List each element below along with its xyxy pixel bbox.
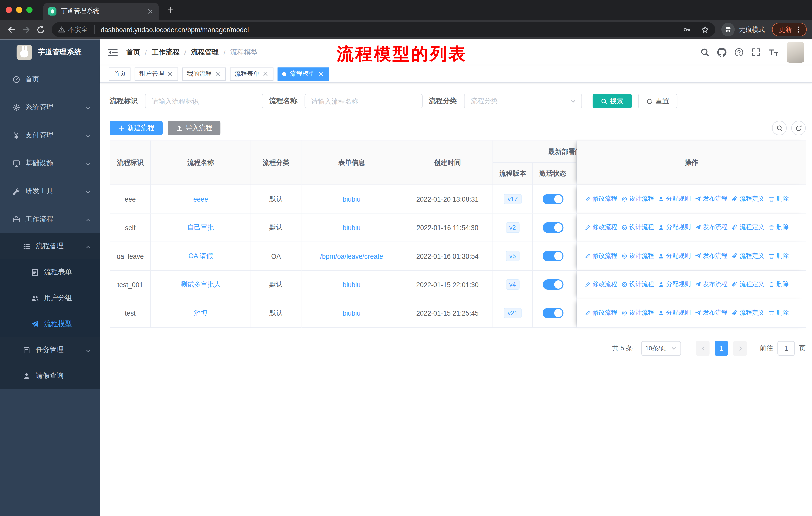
forward-button[interactable] [19,22,33,37]
tag-close-icon[interactable] [262,71,269,77]
search-button[interactable]: 搜索 [592,94,632,108]
op-definition-link[interactable]: 流程定义 [732,223,764,232]
op-assign-link[interactable]: 分配规则 [658,194,691,203]
op-design-link[interactable]: 设计流程 [621,223,654,232]
sidebar-item-infrastructure[interactable]: 基础设施 [0,150,100,178]
reload-button[interactable] [33,22,48,37]
tab-close-icon[interactable] [146,7,154,15]
process-name-link[interactable]: 滔博 [194,309,207,317]
status-toggle[interactable] [543,194,563,204]
op-assign-link[interactable]: 分配规则 [658,280,691,289]
search-icon[interactable] [700,48,709,57]
op-modify-link[interactable]: 修改流程 [585,251,617,260]
op-design-link[interactable]: 设计流程 [621,280,654,289]
browser-menu-icon[interactable] [795,26,802,33]
prev-page-button[interactable] [696,341,709,356]
op-publish-link[interactable]: 发布流程 [695,194,728,203]
process-id-input[interactable] [145,94,263,108]
sidebar-item-workflow[interactable]: 工作流程 [0,205,100,233]
process-name-link[interactable]: OA 请假 [188,252,213,260]
sidebar-item-dev-tools[interactable]: 研发工具 [0,178,100,205]
op-publish-link[interactable]: 发布流程 [695,309,728,318]
op-modify-link[interactable]: 修改流程 [585,309,617,318]
sidebar-item-user-group[interactable]: 用户分组 [0,285,100,311]
password-key-icon[interactable] [683,26,691,33]
window-maximize-button[interactable] [26,7,33,13]
refresh-table-button[interactable] [791,121,806,135]
reset-button[interactable]: 重置 [638,94,677,108]
help-icon[interactable] [734,48,744,57]
fullscreen-icon[interactable] [751,48,761,57]
form-info-link[interactable]: /bpm/oa/leave/create [320,252,383,260]
op-publish-link[interactable]: 发布流程 [695,280,728,289]
next-page-button[interactable] [733,341,747,356]
op-assign-link[interactable]: 分配规则 [658,223,691,232]
form-info-link[interactable]: biubiu [343,281,360,289]
incognito-badge[interactable] [721,23,735,36]
op-definition-link[interactable]: 流程定义 [732,280,764,289]
op-definition-link[interactable]: 流程定义 [732,309,764,318]
avatar[interactable] [787,42,804,63]
sidebar-item-leave-query[interactable]: 请假查询 [0,363,100,389]
category-select[interactable]: 流程分类 [464,94,582,108]
tag-close-icon[interactable] [167,71,173,77]
sidebar-item-process-management[interactable]: 流程管理 [0,233,100,259]
status-toggle[interactable] [543,222,563,233]
sidebar-item-system[interactable]: 系统管理 [0,93,100,121]
tags-view-item-my-process[interactable]: 我的流程 [182,67,226,80]
breadcrumb-item[interactable]: 流程管理 [191,48,219,57]
sidebar-item-home[interactable]: 首页 [0,65,100,93]
tags-view-item-process-model[interactable]: 流程模型 [278,67,329,80]
op-delete-link[interactable]: 删除 [768,251,789,260]
op-modify-link[interactable]: 修改流程 [585,280,617,289]
sidebar-collapse-button[interactable] [108,47,118,57]
op-modify-link[interactable]: 修改流程 [585,223,617,232]
op-design-link[interactable]: 设计流程 [621,251,654,260]
browser-update-button[interactable]: 更新 [772,23,807,36]
op-delete-link[interactable]: 删除 [768,280,789,289]
op-definition-link[interactable]: 流程定义 [732,194,764,203]
import-process-button[interactable]: 导入流程 [168,121,221,135]
back-button[interactable] [4,22,19,37]
sidebar-item-process-model[interactable]: 流程模型 [0,311,100,337]
github-icon[interactable] [717,48,726,57]
font-size-icon[interactable] [768,48,779,56]
op-design-link[interactable]: 设计流程 [621,309,654,318]
tags-view-item-tenant-management[interactable]: 租户管理 [135,67,178,80]
status-toggle[interactable] [543,251,563,261]
bookmark-star-icon[interactable] [701,26,709,33]
tag-close-icon[interactable] [317,71,324,77]
op-design-link[interactable]: 设计流程 [621,194,654,203]
sidebar-item-payment[interactable]: 支付管理 [0,121,100,149]
window-minimize-button[interactable] [16,7,22,13]
tag-close-icon[interactable] [214,71,221,77]
sidebar-item-process-form[interactable]: 流程表单 [0,259,100,285]
page-size-select[interactable]: 10条/页 [641,341,681,356]
op-assign-link[interactable]: 分配规则 [658,251,691,260]
op-assign-link[interactable]: 分配规则 [658,309,691,318]
create-process-button[interactable]: 新建流程 [110,121,163,135]
form-info-link[interactable]: biubiu [343,195,360,203]
tags-view-item-home[interactable]: 首页 [109,67,130,80]
form-info-link[interactable]: biubiu [343,224,360,232]
process-name-link[interactable]: eeee [193,195,208,203]
toggle-search-button[interactable] [772,121,787,135]
breadcrumb-item[interactable]: 首页 [126,48,141,57]
address-bar[interactable]: 不安全 dashboard.yudao.iocoder.cn/bpm/manag… [52,22,715,37]
window-close-button[interactable] [6,7,12,13]
new-tab-button[interactable] [167,6,174,13]
form-info-link[interactable]: biubiu [343,309,360,317]
breadcrumb-item[interactable]: 工作流程 [151,48,179,57]
goto-page-input[interactable] [777,341,795,356]
op-definition-link[interactable]: 流程定义 [732,251,764,260]
tags-view-item-process-form[interactable]: 流程表单 [230,67,273,80]
process-name-input[interactable] [304,94,423,108]
status-toggle[interactable] [543,279,563,290]
op-modify-link[interactable]: 修改流程 [585,194,617,203]
app-logo[interactable]: 芋道管理系统 [0,39,100,65]
op-delete-link[interactable]: 删除 [768,194,789,203]
op-publish-link[interactable]: 发布流程 [695,223,728,232]
sidebar-item-task-management[interactable]: 任务管理 [0,337,100,363]
process-name-link[interactable]: 测试多审批人 [180,280,221,288]
op-publish-link[interactable]: 发布流程 [695,251,728,260]
